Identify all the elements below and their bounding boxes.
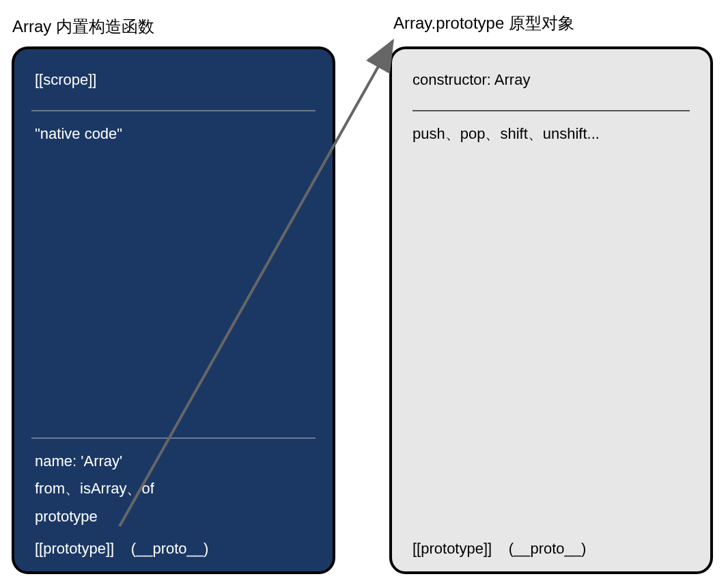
prototype-slot: [[prototype]] (__proto__) — [412, 540, 690, 558]
array-constructor-box: [[scrope]] "native code" name: 'Array' f… — [12, 46, 335, 574]
proto-alias: (__proto__) — [509, 540, 587, 557]
native-code-label: "native code" — [35, 124, 312, 145]
instance-methods: push、pop、shift、unshift... — [412, 124, 690, 145]
divider — [412, 110, 690, 111]
left-box-title: Array 内置构造函数 — [12, 16, 154, 38]
proto-label: [[prototype]] — [412, 540, 492, 557]
constructor-property: constructor: Array — [412, 70, 690, 91]
spacer — [35, 152, 312, 425]
scope-slot: [[scrope]] — [35, 70, 312, 91]
prototype-slot: [[prototype]] (__proto__) — [35, 540, 312, 558]
proto-label: [[prototype]] — [35, 540, 114, 557]
left-inner: [[scrope]] "native code" name: 'Array' f… — [35, 70, 312, 558]
array-prototype-box: constructor: Array push、pop、shift、unshif… — [389, 46, 713, 574]
prototype-property: prototype — [35, 506, 312, 528]
divider — [31, 437, 316, 439]
right-box-title: Array.prototype 原型对象 — [393, 12, 574, 34]
spacer — [412, 152, 690, 534]
right-inner: constructor: Array push、pop、shift、unshif… — [412, 70, 690, 558]
divider — [31, 110, 316, 111]
static-methods: from、isArray、of — [35, 478, 312, 500]
proto-alias: (__proto__) — [131, 540, 209, 557]
name-property: name: 'Array' — [35, 451, 312, 472]
